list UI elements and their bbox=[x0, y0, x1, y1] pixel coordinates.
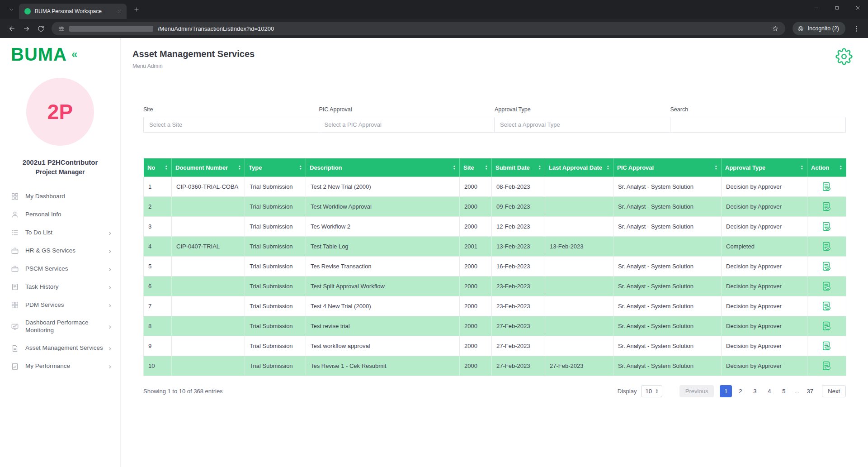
column-header-site[interactable]: Site▲▼ bbox=[460, 158, 492, 177]
table-cell: Decision by Approver bbox=[722, 276, 807, 296]
column-header-no[interactable]: No▲▼ bbox=[144, 158, 172, 177]
pagination-page-4[interactable]: 4 bbox=[763, 385, 775, 397]
table-cell: 5 bbox=[144, 257, 172, 276]
incognito-icon bbox=[797, 25, 804, 32]
table-cell-action bbox=[807, 356, 846, 376]
table-cell: 2000 bbox=[460, 217, 492, 237]
transactions-table: No▲▼Document Number▲▼Type▲▼Description▲▼… bbox=[143, 158, 846, 376]
pagination-previous[interactable]: Previous bbox=[679, 385, 714, 397]
site-settings-icon[interactable] bbox=[58, 25, 65, 32]
column-header-action[interactable]: Action▲▼ bbox=[807, 158, 846, 177]
column-header-type[interactable]: Type▲▼ bbox=[245, 158, 306, 177]
pic-approval-select[interactable]: Select a PIC Approval bbox=[319, 117, 495, 133]
site-select[interactable]: Select a Site bbox=[143, 117, 319, 133]
sidebar-item-hr-gs-services[interactable]: HR & GS Services› bbox=[0, 242, 120, 260]
view-log-icon[interactable] bbox=[821, 261, 832, 272]
reload-button[interactable] bbox=[33, 21, 48, 36]
table-cell: 23-Feb-2023 bbox=[492, 296, 545, 316]
table-cell: Decision by Approver bbox=[722, 197, 807, 217]
chevron-right-icon: › bbox=[108, 247, 111, 255]
chevron-down-icon bbox=[8, 6, 14, 13]
view-log-icon[interactable] bbox=[821, 241, 832, 252]
column-header-description[interactable]: Description▲▼ bbox=[306, 158, 460, 177]
pagination-page-5[interactable]: 5 bbox=[778, 385, 790, 397]
browser-menu-button[interactable] bbox=[849, 21, 863, 36]
url-bar[interactable]: /MenuAdmin/TransactionListIndex?id=10200 bbox=[52, 22, 785, 35]
view-log-icon[interactable] bbox=[821, 281, 832, 291]
table-cell: Sr. Analyst - System Solution bbox=[613, 296, 722, 316]
table-cell: Decision by Approver bbox=[722, 217, 807, 237]
sidebar-item-task-history[interactable]: Task History› bbox=[0, 278, 120, 296]
table-cell bbox=[172, 356, 245, 376]
pagination-page-1[interactable]: 1 bbox=[720, 385, 732, 397]
filter-label: Approval Type bbox=[495, 106, 670, 113]
view-log-icon[interactable] bbox=[821, 201, 832, 212]
table-row: 7Trial SubmissionTest 4 New Trial (2000)… bbox=[144, 296, 846, 316]
tab-close-icon[interactable] bbox=[115, 7, 123, 15]
page-size-select[interactable]: 10 ▲▼ bbox=[641, 385, 662, 397]
table-cell: 2000 bbox=[460, 257, 492, 276]
sidebar-item-my-dashboard[interactable]: My Dashboard bbox=[0, 187, 120, 205]
breadcrumb[interactable]: Menu Admin bbox=[132, 63, 255, 69]
sidebar-item-my-performance[interactable]: My Performance› bbox=[0, 357, 120, 376]
new-tab-button[interactable] bbox=[130, 3, 143, 16]
sidebar-item-pscm-services[interactable]: PSCM Services› bbox=[0, 260, 120, 278]
table-cell: Tes Workflow 2 bbox=[306, 217, 460, 237]
view-log-icon[interactable] bbox=[821, 321, 832, 331]
chevron-right-icon: › bbox=[108, 323, 111, 330]
sidebar-item-personal-info[interactable]: Personal Info bbox=[0, 205, 120, 224]
back-button[interactable] bbox=[5, 21, 19, 36]
window-close-button[interactable] bbox=[847, 0, 868, 15]
view-log-icon[interactable] bbox=[821, 221, 832, 232]
view-log-icon[interactable] bbox=[821, 181, 832, 192]
view-log-icon[interactable] bbox=[821, 301, 832, 311]
search-input[interactable] bbox=[670, 117, 846, 133]
pagination-page-3[interactable]: 3 bbox=[749, 385, 761, 397]
sidebar-item-to-do-list[interactable]: To Do List› bbox=[0, 224, 120, 242]
column-header-submit-date[interactable]: Submit Date▲▼ bbox=[492, 158, 545, 177]
column-header-last-approval-date[interactable]: Last Approval Date▲▼ bbox=[545, 158, 613, 177]
chevron-right-icon: › bbox=[108, 283, 111, 291]
sidebar-item-asset-management-services[interactable]: Asset Management Services› bbox=[0, 339, 120, 357]
column-label: Type bbox=[249, 164, 262, 171]
settings-gear-button[interactable] bbox=[835, 48, 853, 65]
sidebar-collapse-button[interactable]: « bbox=[71, 49, 77, 60]
table-cell: Trial Submission bbox=[245, 356, 306, 376]
table-cell: Decision by Approver bbox=[722, 336, 807, 356]
maximize-icon bbox=[835, 5, 840, 10]
approval-type-select[interactable]: Select a Approval Type bbox=[495, 117, 670, 133]
column-header-document-number[interactable]: Document Number▲▼ bbox=[172, 158, 245, 177]
bookmark-star-icon[interactable] bbox=[772, 25, 779, 32]
column-label: Approval Type bbox=[725, 164, 765, 171]
table-cell: 10 bbox=[144, 356, 172, 376]
view-log-icon[interactable] bbox=[821, 341, 832, 351]
forward-button[interactable] bbox=[19, 21, 33, 36]
pagination-page-2[interactable]: 2 bbox=[734, 385, 746, 397]
table-cell-action bbox=[807, 177, 846, 197]
sidebar-item-pdm-services[interactable]: PDM Services› bbox=[0, 296, 120, 314]
table-cell: CIP-0360-TRIAL-COBA bbox=[172, 177, 245, 197]
sort-icon: ▲▼ bbox=[453, 165, 456, 170]
sidebar-item-dashboard-performace-monitoring[interactable]: Dashboard Performace Monitoring› bbox=[0, 314, 120, 339]
back-arrow-icon bbox=[8, 25, 16, 33]
incognito-label: Incognito (2) bbox=[808, 25, 839, 32]
window-minimize-button[interactable] bbox=[806, 0, 826, 15]
tab-search-button[interactable] bbox=[5, 3, 18, 16]
avatar-initials: 2P bbox=[47, 100, 73, 124]
table-cell: Decision by Approver bbox=[722, 177, 807, 197]
browser-tab[interactable]: BUMA Personal Workspace bbox=[19, 4, 127, 19]
column-header-approval-type[interactable]: Approval Type▲▼ bbox=[722, 158, 807, 177]
view-log-icon[interactable] bbox=[821, 361, 832, 371]
table-cell: Trial Submission bbox=[245, 177, 306, 197]
table-cell: Sr. Analyst - System Solution bbox=[613, 336, 722, 356]
window-maximize-button[interactable] bbox=[826, 0, 847, 15]
table-cell: 2000 bbox=[460, 197, 492, 217]
pagination-page-37[interactable]: 37 bbox=[804, 385, 816, 397]
sidebar-item-label: My Dashboard bbox=[25, 193, 111, 200]
column-header-pic-approval[interactable]: PIC Approval▲▼ bbox=[613, 158, 722, 177]
table-cell: 27-Feb-2023 bbox=[492, 356, 545, 376]
pagination-next[interactable]: Next bbox=[822, 385, 846, 397]
table-row: 10Trial SubmissionTes Revise 1 - Cek Res… bbox=[144, 356, 846, 376]
sidebar-item-label: PDM Services bbox=[25, 301, 108, 309]
table-cell: Test Split Approval Workflow bbox=[306, 276, 460, 296]
